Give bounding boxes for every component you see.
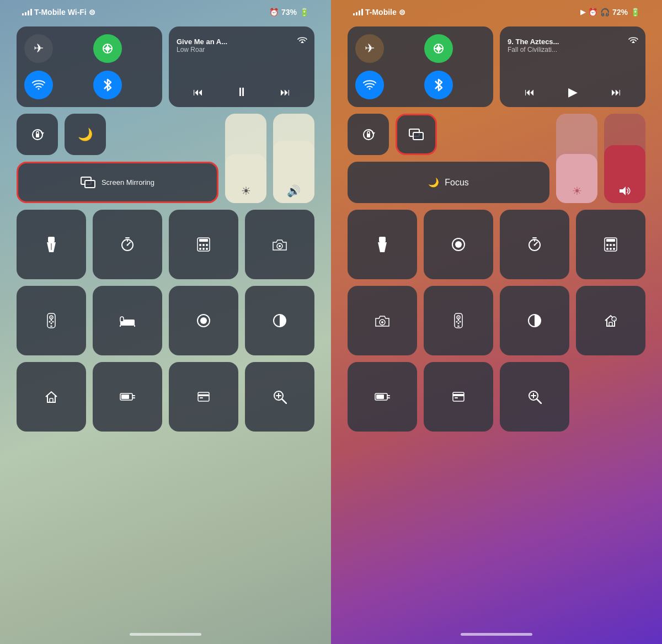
wifi-button[interactable] (24, 71, 53, 99)
svg-point-62 (436, 46, 441, 51)
next-track-button[interactable]: ⏭ (280, 87, 290, 98)
focus-moon-icon: 🌙 (428, 177, 439, 188)
sliders-right: ☀ (556, 114, 645, 203)
svg-marker-7 (301, 41, 304, 43)
music-title-left: Give Me an A... (177, 38, 307, 46)
location-icon: ▶ (580, 8, 585, 16)
svg-text:⌂: ⌂ (613, 318, 615, 322)
svg-point-30 (279, 245, 281, 247)
volume-slider[interactable]: 🔊 (273, 114, 314, 203)
focus-button[interactable]: 🌙 Focus (348, 162, 549, 203)
svg-point-6 (38, 88, 40, 90)
status-bar-right: T-Mobile ⊜ ▶ ⏰ 🎧 72% 🔋 (348, 0, 645, 22)
middle-section-right: 🌙 Focus ☀ (348, 114, 645, 203)
camera-button-right[interactable] (348, 286, 417, 355)
battery-button-right[interactable] (348, 362, 417, 432)
play-pause-button[interactable]: ⏸ (236, 85, 248, 99)
svg-rect-22 (199, 239, 208, 242)
airplane-mode-button-right[interactable]: ✈ (355, 34, 384, 63)
icon-row1-right (348, 210, 645, 279)
network-tile-right: ✈ (348, 26, 493, 107)
airplane-mode-button[interactable]: ✈ (24, 34, 53, 63)
svg-rect-85 (606, 239, 615, 242)
svg-point-86 (606, 244, 608, 246)
brightness-icon-right: ☀ (572, 184, 582, 198)
row2-right (348, 114, 549, 155)
flashlight-button-right[interactable] (348, 210, 417, 279)
camera-button[interactable] (245, 210, 314, 279)
svg-rect-42 (124, 320, 135, 323)
invert-button-right[interactable] (500, 286, 569, 355)
next-track-button-right[interactable]: ⏭ (611, 87, 621, 98)
icon-row2-right: ⌂ (348, 286, 645, 355)
play-button-right[interactable]: ▶ (568, 85, 578, 99)
alarm-icon-right: ⏰ (588, 8, 597, 17)
timer-button-right[interactable] (500, 210, 569, 279)
status-left: T-Mobile Wi-Fi ⊜ (22, 8, 95, 17)
bluetooth-button[interactable] (93, 71, 122, 99)
svg-point-88 (613, 244, 615, 246)
wallet-button[interactable] (169, 362, 238, 432)
prev-track-button-right[interactable]: ⏮ (525, 87, 535, 98)
music-tile-right[interactable]: 9. The Aztecs... Fall of Civilizati... ⏮… (500, 26, 645, 107)
brightness-slider-right[interactable]: ☀ (556, 114, 597, 203)
volume-slider-right[interactable] (604, 114, 645, 203)
timer-button[interactable] (93, 210, 162, 279)
bed-button[interactable] (93, 286, 162, 355)
record-button-left[interactable] (169, 286, 238, 355)
battery-button[interactable] (93, 362, 162, 432)
svg-point-67 (369, 88, 371, 90)
cellular-button[interactable] (93, 34, 122, 63)
icon-row3-right (348, 362, 645, 432)
home-button[interactable] (17, 362, 86, 432)
top-row-left: ✈ (17, 26, 314, 107)
screen-mirror-button-right[interactable] (396, 114, 437, 155)
svg-rect-73 (413, 132, 423, 140)
invert-button[interactable] (245, 286, 314, 355)
svg-rect-101 (457, 326, 460, 327)
prev-track-button[interactable]: ⏮ (193, 87, 203, 98)
homekit-button[interactable]: ⌂ (576, 286, 645, 355)
status-right: ⏰ 73% 🔋 (269, 8, 309, 17)
remote-button-right[interactable] (424, 286, 493, 355)
middle-section-left: 🌙 Screen Mirroring ☀ (17, 114, 314, 203)
airplay-icon[interactable] (297, 33, 308, 45)
svg-point-98 (460, 321, 461, 323)
zoom-button[interactable] (245, 362, 314, 432)
bluetooth-button-right[interactable] (424, 71, 453, 99)
wifi-button-right[interactable] (355, 71, 384, 99)
calculator-button-right[interactable] (576, 210, 645, 279)
wallet-button-right[interactable] (424, 362, 493, 432)
rotation-lock-button[interactable] (17, 114, 58, 155)
svg-rect-52 (121, 395, 129, 399)
controls-col-right: 🌙 Focus (348, 114, 549, 203)
cellular-button-right[interactable] (424, 34, 453, 63)
screen-mirror-label: Screen Mirroring (102, 178, 154, 187)
remote-button[interactable] (17, 286, 86, 355)
calculator-button[interactable] (169, 210, 238, 279)
svg-rect-12 (85, 180, 95, 188)
home-indicator-right[interactable] (461, 633, 532, 636)
svg-point-23 (199, 244, 201, 246)
svg-point-90 (610, 248, 612, 250)
headphone-icon: 🎧 (600, 8, 610, 17)
svg-point-46 (200, 317, 207, 324)
screen-mirror-button[interactable]: Screen Mirroring (17, 162, 218, 203)
svg-point-93 (381, 321, 383, 323)
flashlight-button[interactable] (17, 210, 86, 279)
svg-rect-53 (198, 392, 209, 401)
svg-point-83 (534, 244, 536, 246)
row2-left: 🌙 (17, 114, 218, 155)
music-tile-left[interactable]: Give Me an A... Low Roar ⏮ ⏸ ⏭ (169, 26, 314, 107)
do-not-disturb-button[interactable]: 🌙 (65, 114, 106, 155)
zoom-button-right[interactable] (500, 362, 569, 432)
right-phone-panel: T-Mobile ⊜ ▶ ⏰ 🎧 72% 🔋 ✈ (331, 0, 662, 644)
brightness-slider[interactable]: ☀ (225, 114, 266, 203)
svg-point-91 (613, 248, 615, 250)
airplay-icon-right[interactable] (628, 33, 639, 45)
svg-point-20 (127, 244, 129, 246)
home-indicator-left[interactable] (130, 633, 201, 636)
svg-point-26 (199, 248, 201, 250)
rotation-lock-button-right[interactable] (348, 114, 389, 155)
record-button-right[interactable] (424, 210, 493, 279)
